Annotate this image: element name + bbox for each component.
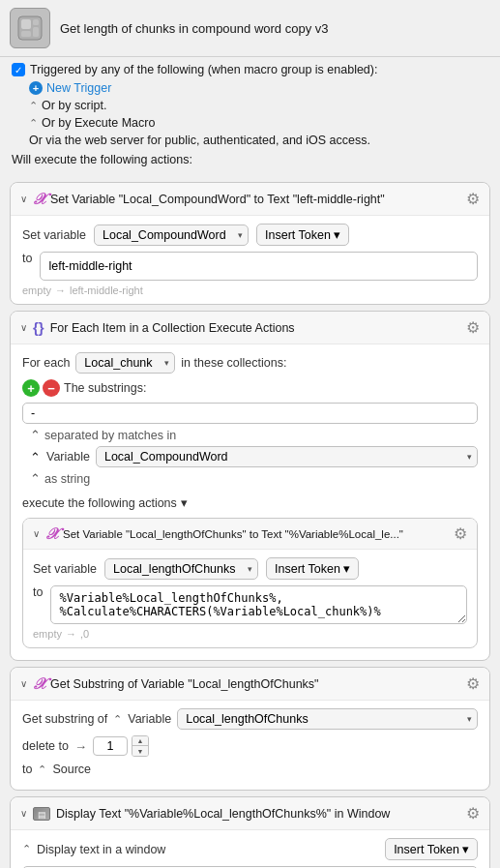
display-insert-token-btn[interactable]: Insert Token ▾ xyxy=(385,838,478,860)
new-trigger-button[interactable]: + New Trigger xyxy=(29,79,488,97)
nested-set-variable-card: ∨ 𝒳 Set Variable "Local_lengthOfChunks" … xyxy=(22,518,478,648)
plus-circle-icon: + xyxy=(29,81,43,95)
variable-dropdown-1[interactable]: Local_CompoundWord xyxy=(94,224,249,246)
gear-icon-2[interactable]: ⚙ xyxy=(466,318,480,337)
as-string-label: as string xyxy=(44,472,90,486)
substrings-label: The substrings: xyxy=(64,381,146,395)
for-each-header: ∨ {} For Each Item in a Collection Execu… xyxy=(11,312,489,344)
nested-action-body: Set variable Local_lengthOfChunks ▾ Inse… xyxy=(23,550,477,647)
remove-collection-btn[interactable]: − xyxy=(43,379,60,397)
execute-row: execute the following actions ▾ xyxy=(22,492,478,514)
variable-dropdown-wrapper-2: Local_CompoundWord ▾ xyxy=(96,446,478,467)
script-icon-nested: 𝒳 xyxy=(45,525,57,543)
get-substring-header: ∨ 𝒳 Get Substring of Variable "Local_len… xyxy=(11,668,489,701)
trigger-label: Triggered by any of the following (when … xyxy=(30,63,377,76)
get-substring-card: ∨ 𝒳 Get Substring of Variable "Local_len… xyxy=(10,667,490,791)
set-variable-card-1: ∨ 𝒳 Set Variable "Local_CompoundWord" to… xyxy=(10,182,490,305)
page-title: Get length of chunks in compound word co… xyxy=(60,21,490,36)
or-by-execute-macro-label: Or by Execute Macro xyxy=(42,116,155,130)
updown-arrow-1: ⌃ xyxy=(113,713,122,726)
nested-title: Set Variable "Local_lengthOfChunks" to T… xyxy=(63,528,448,540)
collapse-arrow-2[interactable]: ∨ xyxy=(20,322,27,333)
as-string-row: ⌃ as string xyxy=(30,471,478,486)
nested-arrow-right: → xyxy=(66,628,76,640)
variable-label-2: Variable xyxy=(46,450,90,464)
collapse-arrow-3[interactable]: ∨ xyxy=(20,678,27,689)
trigger-section: ✓ Triggered by any of the following (whe… xyxy=(0,57,500,176)
dash-input[interactable] xyxy=(22,403,478,424)
or-by-script-item[interactable]: ⌃ Or by script. xyxy=(29,97,488,114)
to-destination-row: to ⌃ Source xyxy=(22,763,478,776)
nested-to-input[interactable]: %Variable%Local_lengthOfChunks%, %Calcul… xyxy=(50,585,467,624)
nested-insert-token-btn[interactable]: Insert Token ▾ xyxy=(266,557,359,580)
set-variable-body-1: Set variable Local_CompoundWord ▾ Insert… xyxy=(11,216,489,304)
var-row: ⌃ Variable Local_CompoundWord ▾ xyxy=(30,446,478,467)
collapse-arrow-4[interactable]: ∨ xyxy=(20,808,27,819)
for-each-var-row: For each Local_chunk ▾ in these collecti… xyxy=(22,352,478,374)
updown-arrow-2: ⌃ xyxy=(38,763,46,776)
nested-insert-token-label: Insert Token xyxy=(275,562,340,576)
var-arrow: ⌃ xyxy=(30,450,41,464)
stepper-up-btn[interactable]: ▲ xyxy=(132,736,148,746)
to-input-1[interactable] xyxy=(40,252,478,281)
arrow-right-1: → xyxy=(55,284,66,296)
gear-icon-1[interactable]: ⚙ xyxy=(466,190,480,208)
updown-arrow-3: ⌃ xyxy=(22,843,31,855)
will-execute-text: Will execute the following actions: xyxy=(12,149,488,172)
nested-var-dropdown-wrapper: Local_lengthOfChunks ▾ xyxy=(104,558,258,580)
nested-empty-result: ,0 xyxy=(80,628,89,640)
add-collection-btn[interactable]: + xyxy=(22,379,40,397)
svg-rect-3 xyxy=(33,19,39,25)
nested-insert-token-arrow: ▾ xyxy=(343,561,350,576)
nested-set-variable-header: ∨ 𝒳 Set Variable "Local_lengthOfChunks" … xyxy=(23,519,477,550)
sep-label: separated by matches in xyxy=(44,429,176,442)
new-trigger-label: New Trigger xyxy=(46,81,111,95)
for-each-var-dropdown[interactable]: Local_chunk xyxy=(75,352,175,374)
curly-icon: {} xyxy=(33,319,44,336)
nested-var-dropdown[interactable]: Local_lengthOfChunks xyxy=(104,558,258,580)
display-icon: ▤ xyxy=(33,807,50,821)
svg-rect-2 xyxy=(21,31,31,37)
stepper-wrapper: ▲ ▼ xyxy=(93,735,149,757)
via-web-text: Or via the web server for public, authen… xyxy=(29,132,488,149)
display-insert-token-label: Insert Token xyxy=(394,843,459,856)
to-row-1: to xyxy=(22,252,478,281)
set-variable-header-1: ∨ 𝒳 Set Variable "Local_CompoundWord" to… xyxy=(11,183,489,216)
script-icon-1: 𝒳 xyxy=(33,191,44,208)
get-substring-label: Get substring of xyxy=(22,712,107,726)
insert-token-btn-1[interactable]: Insert Token ▾ xyxy=(256,224,349,246)
set-var-row-1: Set variable Local_CompoundWord ▾ Insert… xyxy=(22,224,478,246)
execute-arrow: ▾ xyxy=(181,495,188,510)
variable-dropdown-2[interactable]: Local_CompoundWord xyxy=(96,446,478,467)
or-by-execute-macro-item[interactable]: ⌃ Or by Execute Macro xyxy=(29,114,488,132)
stepper-down-btn[interactable]: ▼ xyxy=(132,746,148,756)
variable-dropdown-wrapper-1: Local_CompoundWord ▾ xyxy=(94,224,249,246)
set-variable-title-1: Set Variable "Local_CompoundWord" to Tex… xyxy=(50,193,460,206)
trigger-row: ✓ Triggered by any of the following (whe… xyxy=(12,63,488,76)
display-insert-token-arrow: ▾ xyxy=(462,842,469,856)
gear-icon-4[interactable]: ⚙ xyxy=(466,804,480,823)
display-label: Display text in a window xyxy=(37,843,165,856)
trigger-checkbox[interactable]: ✓ xyxy=(12,63,25,76)
nested-set-label: Set variable xyxy=(33,562,97,576)
display-text-card: ∨ ▤ Display Text "%Variable%Local_length… xyxy=(10,796,490,868)
set-variable-label-1: Set variable xyxy=(22,228,86,242)
collapse-arrow-nested[interactable]: ∨ xyxy=(33,528,40,539)
nested-empty-text: empty xyxy=(33,628,62,640)
add-remove-btns: + − xyxy=(22,379,60,397)
or-by-script-label: Or by script. xyxy=(42,99,106,112)
for-each-label: For each xyxy=(22,356,70,370)
gear-icon-nested[interactable]: ⚙ xyxy=(454,524,467,543)
insert-token-label-1: Insert Token xyxy=(265,228,331,242)
substrings-row: + − The substrings: xyxy=(22,379,478,397)
in-these-label: in these collections: xyxy=(181,356,286,370)
chevron-icon-2: ⌃ xyxy=(29,117,38,130)
stepper-input[interactable] xyxy=(93,736,128,756)
substring-var-dropdown[interactable]: Local_lengthOfChunks xyxy=(177,708,478,730)
gear-icon-3[interactable]: ⚙ xyxy=(466,674,480,693)
display-text-title: Display Text "%Variable%Local_lengthOfCh… xyxy=(56,807,460,821)
collapse-arrow-1[interactable]: ∨ xyxy=(20,194,27,204)
nested-to-row: to %Variable%Local_lengthOfChunks%, %Cal… xyxy=(33,585,467,624)
get-substring-body: Get substring of ⌃ Variable Local_length… xyxy=(11,701,489,790)
for-each-title: For Each Item in a Collection Execute Ac… xyxy=(50,321,460,335)
